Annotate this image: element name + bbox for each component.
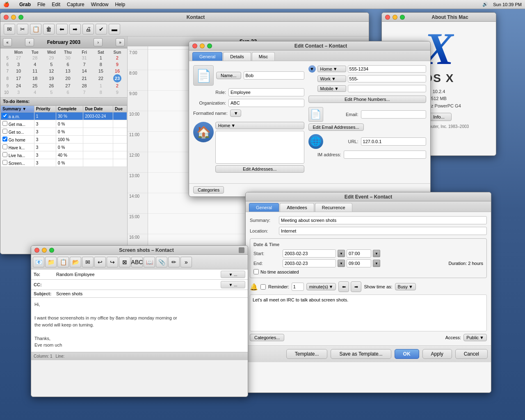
email-subject-input[interactable] bbox=[56, 291, 245, 296]
email-tb-2[interactable]: 📁 bbox=[45, 257, 57, 267]
cal-day-3b[interactable]: 3 bbox=[10, 89, 27, 96]
todo-row-7[interactable]: Screen... 3 0 % bbox=[1, 159, 127, 167]
reminder-btn-1[interactable]: ⬅ bbox=[338, 281, 349, 292]
menu-capture[interactable]: Capture bbox=[67, 2, 84, 7]
tab-details[interactable]: Details bbox=[223, 52, 251, 61]
cal-day-23[interactable]: 23 bbox=[113, 74, 121, 82]
phone-work-input[interactable] bbox=[348, 75, 426, 82]
toolbar-btn-5[interactable]: ⬅ bbox=[56, 24, 68, 34]
email-to-btn[interactable]: ▼ ... bbox=[221, 271, 245, 278]
cal-day-13[interactable]: 13 bbox=[59, 68, 76, 74]
email-tb-9[interactable]: ABC bbox=[131, 257, 143, 267]
cal-day-4[interactable]: 4 bbox=[27, 61, 43, 68]
event-start-time-input[interactable] bbox=[347, 249, 371, 258]
cal-day-18[interactable]: 18 bbox=[27, 75, 43, 82]
todo-row-4[interactable]: Go home 3 100 % bbox=[1, 136, 127, 144]
todo-row-3[interactable]: Get so... 3 0 % bbox=[1, 128, 127, 136]
email-tb-6[interactable]: ↩ bbox=[94, 257, 106, 267]
apply-btn[interactable]: Apply bbox=[422, 349, 452, 359]
event-summary-input[interactable] bbox=[279, 216, 487, 224]
contact-max-btn[interactable] bbox=[207, 43, 212, 48]
toolbar-btn-1[interactable]: ✉ bbox=[4, 24, 15, 34]
cal-day-2b[interactable]: 2 bbox=[109, 82, 126, 89]
cal-prev[interactable]: ‹ bbox=[25, 38, 34, 46]
cal-day-15[interactable]: 15 bbox=[93, 68, 109, 74]
cal-day-27b[interactable]: 27 bbox=[59, 82, 76, 89]
cal-day-6b[interactable]: 6 bbox=[59, 89, 76, 96]
cal-day-8[interactable]: 8 bbox=[93, 61, 109, 68]
email-tb-7[interactable]: ↪ bbox=[107, 257, 118, 267]
email-cc-input[interactable] bbox=[56, 282, 221, 287]
cal-day-9[interactable]: 9 bbox=[109, 61, 126, 68]
org-input[interactable] bbox=[228, 99, 304, 107]
cal-day-6[interactable]: 6 bbox=[59, 61, 76, 68]
todo-row-5[interactable]: Have k... 3 0 % bbox=[1, 144, 127, 151]
toolbar-btn-9[interactable]: ▬ bbox=[109, 24, 120, 34]
about-close-btn[interactable] bbox=[385, 15, 390, 20]
cal-next[interactable]: › bbox=[94, 38, 103, 46]
cal-day-14[interactable]: 14 bbox=[76, 68, 93, 74]
toolbar-btn-6[interactable]: ➡ bbox=[69, 24, 81, 34]
cal-day-28[interactable]: 28 bbox=[76, 82, 93, 89]
contact-min-btn[interactable] bbox=[200, 43, 205, 48]
cal-next-next[interactable]: » bbox=[116, 38, 125, 46]
cal-day-22[interactable]: 22 bbox=[93, 75, 109, 82]
edit-email-btn[interactable]: Edit Email Addresses... bbox=[308, 123, 364, 131]
address-type-dropdown[interactable]: Home ▼ bbox=[215, 122, 304, 129]
cal-day-26[interactable]: 26 bbox=[43, 82, 59, 89]
menu-help[interactable]: Help bbox=[115, 2, 125, 7]
reminder-checkbox[interactable] bbox=[260, 284, 266, 290]
cal-day-1[interactable]: 1 bbox=[93, 55, 109, 61]
cal-day-25[interactable]: 25 bbox=[27, 82, 43, 89]
email-tb-1[interactable]: 📧 bbox=[33, 257, 44, 267]
cal-day-17[interactable]: 17 bbox=[10, 75, 27, 82]
tab-general[interactable]: General bbox=[192, 52, 222, 61]
email-input[interactable] bbox=[361, 110, 426, 119]
email-close-btn[interactable] bbox=[34, 248, 39, 253]
email-max-btn[interactable] bbox=[49, 248, 54, 253]
role-input[interactable] bbox=[228, 88, 304, 96]
event-end-date-input[interactable] bbox=[283, 259, 336, 267]
cal-day-5b[interactable]: 5 bbox=[43, 89, 59, 96]
ok-btn[interactable]: OK bbox=[395, 349, 419, 359]
toolbar-btn-4[interactable]: 🗑 bbox=[43, 24, 55, 34]
cal-day-16[interactable]: 16 bbox=[109, 68, 126, 74]
edit-phones-btn[interactable]: Edit Phone Numbers... bbox=[308, 96, 426, 103]
im-input[interactable] bbox=[344, 151, 426, 159]
email-cc-btn[interactable]: ▼ ... bbox=[221, 281, 245, 288]
event-end-time-arrow[interactable]: ▼ bbox=[373, 260, 380, 267]
event-tab-general[interactable]: General bbox=[249, 203, 279, 212]
cal-day-4b[interactable]: 4 bbox=[27, 89, 43, 96]
url-input[interactable] bbox=[361, 137, 426, 146]
toolbar-btn-7[interactable]: 🖨 bbox=[82, 24, 94, 34]
menu-file[interactable]: File bbox=[37, 2, 45, 7]
email-min-btn[interactable] bbox=[42, 248, 47, 253]
edit-addresses-btn[interactable]: Edit Addresses... bbox=[215, 165, 304, 173]
cal-day-30a[interactable]: 30 bbox=[59, 55, 76, 61]
cal-prev-prev[interactable]: « bbox=[3, 38, 12, 46]
apple-menu[interactable]: 🍎 bbox=[3, 2, 9, 7]
email-resize-handle[interactable] bbox=[239, 247, 244, 253]
email-tb-10[interactable]: 📖 bbox=[144, 257, 155, 267]
cal-day-20[interactable]: 20 bbox=[59, 75, 76, 82]
show-time-dropdown[interactable]: Busy ▼ bbox=[395, 283, 416, 290]
todo-col-complete[interactable]: Complete bbox=[56, 106, 83, 112]
event-location-input[interactable] bbox=[279, 227, 487, 235]
cal-day-2[interactable]: 2 bbox=[109, 55, 126, 61]
phone-home-input[interactable] bbox=[348, 65, 426, 73]
event-tab-attendees[interactable]: Attendees bbox=[280, 203, 314, 212]
todo-row-2[interactable]: Get ma... 3 0 % bbox=[1, 120, 127, 128]
access-dropdown[interactable]: Public ▼ bbox=[463, 334, 487, 341]
reminder-unit-dropdown[interactable]: minute(s) ▼ bbox=[306, 283, 336, 290]
cal-day-12[interactable]: 12 bbox=[43, 68, 59, 74]
cancel-btn[interactable]: Cancel bbox=[455, 349, 488, 359]
maximize-button[interactable] bbox=[18, 15, 23, 20]
todo-row-selected[interactable]: a a.m. 1 30 % 2003-02-24 bbox=[1, 112, 127, 120]
todo-row-6[interactable]: Live ha... 3 40 % bbox=[1, 151, 127, 159]
todo-col-priority[interactable]: Priority bbox=[34, 106, 56, 112]
menu-grab[interactable]: Grab bbox=[19, 2, 31, 7]
toolbar-btn-8[interactable]: ✔ bbox=[96, 24, 107, 34]
cal-day-9b[interactable]: 9 bbox=[109, 89, 126, 96]
contact-close-btn[interactable] bbox=[192, 43, 197, 48]
cal-day-28a[interactable]: 28 bbox=[27, 55, 43, 61]
